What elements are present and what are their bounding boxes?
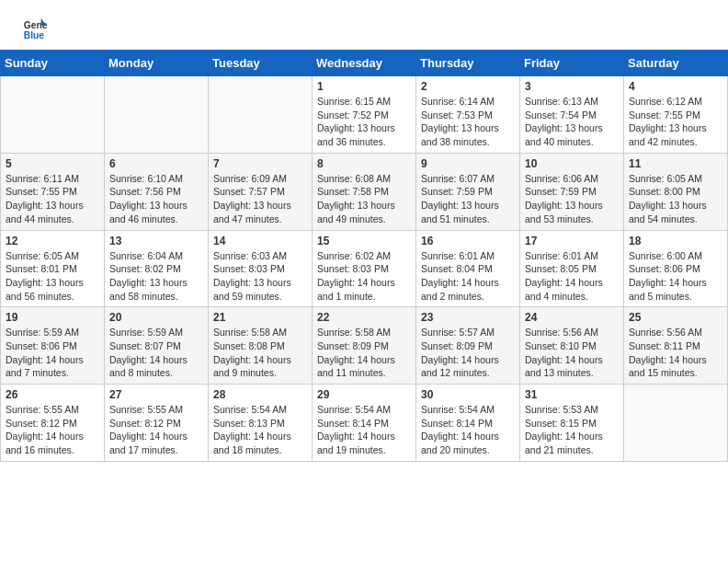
- cell-content: Sunrise: 6:05 AMSunset: 8:01 PMDaylight:…: [6, 249, 99, 304]
- calendar-cell: 15Sunrise: 6:02 AMSunset: 8:03 PMDayligh…: [313, 230, 416, 307]
- calendar-cell: 5Sunrise: 6:11 AMSunset: 7:55 PMDaylight…: [1, 153, 105, 230]
- calendar-cell: [624, 385, 728, 462]
- cell-content: Sunrise: 5:58 AMSunset: 8:09 PMDaylight:…: [317, 326, 411, 380]
- calendar-cell: 31Sunrise: 5:53 AMSunset: 8:15 PMDayligh…: [520, 385, 624, 462]
- svg-text:Blue: Blue: [24, 30, 45, 40]
- cell-content: Sunrise: 5:54 AMSunset: 8:14 PMDaylight:…: [421, 403, 515, 457]
- calendar-cell: 12Sunrise: 6:05 AMSunset: 8:01 PMDayligh…: [1, 230, 105, 307]
- cell-content: Sunrise: 6:08 AMSunset: 7:58 PMDaylight:…: [317, 172, 411, 226]
- calendar-cell: 22Sunrise: 5:58 AMSunset: 8:09 PMDayligh…: [313, 307, 416, 385]
- day-number: 20: [109, 311, 203, 324]
- day-number: 6: [109, 157, 203, 170]
- calendar-cell: 11Sunrise: 6:05 AMSunset: 8:00 PMDayligh…: [624, 153, 728, 230]
- cell-content: Sunrise: 6:02 AMSunset: 8:03 PMDaylight:…: [317, 249, 411, 304]
- cell-content: Sunrise: 5:56 AMSunset: 8:11 PMDaylight:…: [629, 326, 722, 380]
- cell-content: Sunrise: 5:53 AMSunset: 8:15 PMDaylight:…: [525, 403, 619, 457]
- day-number: 2: [421, 80, 515, 93]
- calendar-cell: 6Sunrise: 6:10 AMSunset: 7:56 PMDaylight…: [105, 153, 209, 230]
- day-number: 27: [109, 388, 203, 401]
- cell-content: Sunrise: 6:15 AMSunset: 7:52 PMDaylight:…: [317, 95, 411, 149]
- calendar-cell: 24Sunrise: 5:56 AMSunset: 8:10 PMDayligh…: [520, 307, 624, 385]
- cell-content: Sunrise: 5:57 AMSunset: 8:09 PMDaylight:…: [421, 326, 515, 380]
- day-number: 1: [317, 80, 411, 93]
- day-number: 19: [6, 311, 99, 324]
- day-number: 30: [421, 388, 515, 401]
- calendar-cell: 20Sunrise: 5:59 AMSunset: 8:07 PMDayligh…: [105, 307, 209, 385]
- day-number: 18: [629, 235, 722, 247]
- calendar-cell: 16Sunrise: 6:01 AMSunset: 8:04 PMDayligh…: [416, 230, 520, 307]
- cell-content: Sunrise: 6:11 AMSunset: 7:55 PMDaylight:…: [6, 172, 99, 226]
- day-number: 10: [525, 157, 619, 170]
- cell-content: Sunrise: 5:58 AMSunset: 8:08 PMDaylight:…: [213, 326, 307, 380]
- cell-content: Sunrise: 6:00 AMSunset: 8:06 PMDaylight:…: [629, 249, 722, 304]
- calendar-cell: 25Sunrise: 5:56 AMSunset: 8:11 PMDayligh…: [624, 307, 728, 385]
- logo-icon: General Blue: [22, 17, 48, 42]
- cell-content: Sunrise: 5:59 AMSunset: 8:06 PMDaylight:…: [6, 326, 99, 380]
- svg-text:General: General: [24, 20, 48, 30]
- weekday-header-saturday: Saturday: [624, 51, 728, 76]
- calendar-cell: 17Sunrise: 6:01 AMSunset: 8:05 PMDayligh…: [520, 230, 624, 307]
- calendar-cell: [105, 76, 209, 154]
- calendar-cell: 26Sunrise: 5:55 AMSunset: 8:12 PMDayligh…: [1, 385, 105, 462]
- weekday-header-sunday: Sunday: [1, 51, 105, 76]
- cell-content: Sunrise: 5:55 AMSunset: 8:12 PMDaylight:…: [6, 403, 99, 457]
- weekday-header-friday: Friday: [520, 51, 624, 76]
- calendar-cell: 19Sunrise: 5:59 AMSunset: 8:06 PMDayligh…: [1, 307, 105, 385]
- cell-content: Sunrise: 6:09 AMSunset: 7:57 PMDaylight:…: [213, 172, 307, 226]
- weekday-header-thursday: Thursday: [416, 51, 520, 76]
- cell-content: Sunrise: 6:13 AMSunset: 7:54 PMDaylight:…: [525, 95, 619, 149]
- cell-content: Sunrise: 6:06 AMSunset: 7:59 PMDaylight:…: [525, 172, 619, 226]
- weekday-header-monday: Monday: [105, 51, 209, 76]
- day-number: 21: [213, 311, 307, 324]
- cell-content: Sunrise: 5:59 AMSunset: 8:07 PMDaylight:…: [109, 326, 203, 380]
- calendar-cell: 30Sunrise: 5:54 AMSunset: 8:14 PMDayligh…: [416, 385, 520, 462]
- calendar-week-5: 26Sunrise: 5:55 AMSunset: 8:12 PMDayligh…: [1, 385, 728, 462]
- day-number: 24: [525, 311, 619, 324]
- calendar-cell: 9Sunrise: 6:07 AMSunset: 7:59 PMDaylight…: [416, 153, 520, 230]
- calendar-cell: 29Sunrise: 5:54 AMSunset: 8:14 PMDayligh…: [313, 385, 416, 462]
- calendar-cell: 27Sunrise: 5:55 AMSunset: 8:12 PMDayligh…: [105, 385, 209, 462]
- calendar-cell: 10Sunrise: 6:06 AMSunset: 7:59 PMDayligh…: [520, 153, 624, 230]
- day-number: 14: [213, 235, 307, 247]
- weekday-header-wednesday: Wednesday: [313, 51, 416, 76]
- cell-content: Sunrise: 5:54 AMSunset: 8:13 PMDaylight:…: [213, 403, 307, 457]
- cell-content: Sunrise: 6:12 AMSunset: 7:55 PMDaylight:…: [629, 95, 722, 149]
- day-number: 29: [317, 388, 411, 401]
- page-header: General Blue: [0, 0, 728, 50]
- day-number: 11: [629, 157, 722, 170]
- calendar-cell: 8Sunrise: 6:08 AMSunset: 7:58 PMDaylight…: [313, 153, 416, 230]
- day-number: 3: [525, 80, 619, 93]
- calendar-cell: 28Sunrise: 5:54 AMSunset: 8:13 PMDayligh…: [209, 385, 313, 462]
- cell-content: Sunrise: 6:03 AMSunset: 8:03 PMDaylight:…: [213, 249, 307, 304]
- day-number: 13: [109, 235, 203, 247]
- day-number: 5: [6, 157, 99, 170]
- calendar-cell: 14Sunrise: 6:03 AMSunset: 8:03 PMDayligh…: [209, 230, 313, 307]
- day-number: 31: [525, 388, 619, 401]
- cell-content: Sunrise: 5:56 AMSunset: 8:10 PMDaylight:…: [525, 326, 619, 380]
- day-number: 25: [629, 311, 722, 324]
- day-number: 23: [421, 311, 515, 324]
- day-number: 12: [6, 235, 99, 247]
- day-number: 16: [421, 235, 515, 247]
- day-number: 17: [525, 235, 619, 247]
- weekday-header-row: SundayMondayTuesdayWednesdayThursdayFrid…: [1, 51, 728, 76]
- calendar-cell: 1Sunrise: 6:15 AMSunset: 7:52 PMDaylight…: [313, 76, 416, 154]
- weekday-header-tuesday: Tuesday: [209, 51, 313, 76]
- cell-content: Sunrise: 6:01 AMSunset: 8:05 PMDaylight:…: [525, 249, 619, 304]
- calendar-cell: 7Sunrise: 6:09 AMSunset: 7:57 PMDaylight…: [209, 153, 313, 230]
- calendar-cell: 2Sunrise: 6:14 AMSunset: 7:53 PMDaylight…: [416, 76, 520, 154]
- calendar-cell: 13Sunrise: 6:04 AMSunset: 8:02 PMDayligh…: [105, 230, 209, 307]
- cell-content: Sunrise: 5:55 AMSunset: 8:12 PMDaylight:…: [109, 403, 203, 457]
- calendar-cell: [1, 76, 105, 154]
- day-number: 7: [213, 157, 307, 170]
- calendar-week-3: 12Sunrise: 6:05 AMSunset: 8:01 PMDayligh…: [1, 230, 728, 307]
- day-number: 28: [213, 388, 307, 401]
- calendar-week-1: 1Sunrise: 6:15 AMSunset: 7:52 PMDaylight…: [1, 76, 728, 154]
- calendar-table: SundayMondayTuesdayWednesdayThursdayFrid…: [0, 50, 728, 462]
- day-number: 26: [6, 388, 99, 401]
- day-number: 15: [317, 235, 411, 247]
- calendar-week-2: 5Sunrise: 6:11 AMSunset: 7:55 PMDaylight…: [1, 153, 728, 230]
- day-number: 9: [421, 157, 515, 170]
- logo: General Blue: [22, 17, 48, 42]
- calendar-week-4: 19Sunrise: 5:59 AMSunset: 8:06 PMDayligh…: [1, 307, 728, 385]
